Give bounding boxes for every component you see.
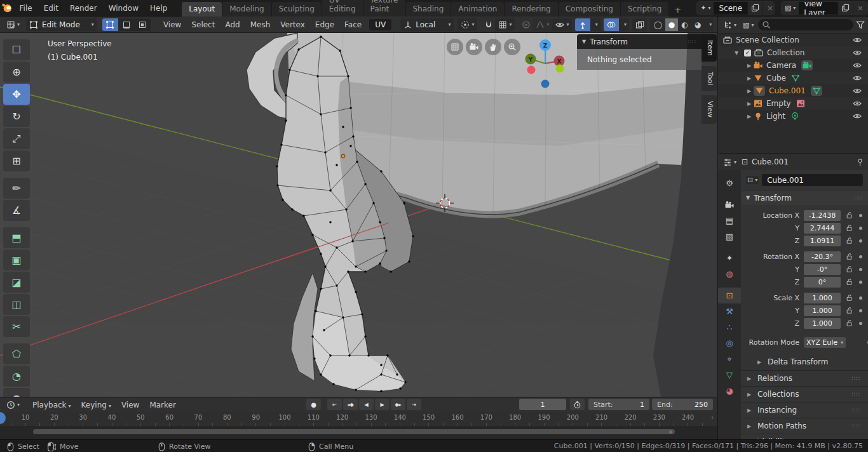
- menu-window[interactable]: Window: [103, 0, 144, 17]
- workspace-tab-modeling[interactable]: Modeling: [222, 2, 272, 17]
- expand-arrow-icon[interactable]: ▶: [747, 101, 754, 107]
- lock-icon[interactable]: [846, 319, 853, 327]
- workspace-tab-layout[interactable]: Layout: [182, 2, 222, 17]
- expand-arrow-icon[interactable]: ▶: [747, 63, 754, 69]
- tool-smooth[interactable]: ●: [3, 388, 30, 397]
- pivot-point-dropdown[interactable]: ▾: [458, 18, 477, 31]
- tool-move[interactable]: ✥: [3, 84, 30, 105]
- transform-value-field[interactable]: 1.0911: [804, 236, 841, 246]
- hide-eye-icon[interactable]: [853, 48, 862, 57]
- collapse-region-icon[interactable]: ‹: [711, 414, 714, 421]
- tool-tab[interactable]: ⚙: [718, 175, 741, 191]
- play-reverse-button[interactable]: ◀: [359, 399, 374, 410]
- view-layer-tab[interactable]: ▧: [718, 229, 741, 244]
- menu-file[interactable]: File: [14, 0, 38, 17]
- workspace-tab-compositing[interactable]: Compositing: [559, 2, 621, 17]
- overlays-toggle[interactable]: ▾: [604, 18, 629, 31]
- timeline-ruler[interactable]: ‹ 10203040506070809010011012013014015016…: [0, 412, 717, 426]
- editor-type-button[interactable]: ▾: [3, 19, 24, 30]
- viewport-menu-vertex[interactable]: Vertex: [275, 17, 310, 32]
- workspace-tab-texture-paint[interactable]: Texture Paint: [363, 0, 406, 17]
- record-button[interactable]: ●: [306, 399, 321, 410]
- tool-select-box[interactable]: ☐: [3, 39, 30, 60]
- material-tab[interactable]: ◕: [718, 383, 741, 399]
- panel-instancing[interactable]: ▶Instancing∷∷: [741, 402, 868, 418]
- panel-relations[interactable]: ▶Relations∷∷: [741, 370, 868, 386]
- animate-dot[interactable]: [859, 281, 862, 284]
- menu-help[interactable]: Help: [144, 0, 173, 17]
- viewport-3d[interactable]: ☐⊕✥↻⤢⊞✏∡⬒▣◪◫✂⬠◔● User Perspective (1) Cu…: [0, 33, 717, 397]
- object-name-field[interactable]: Cube.001: [762, 174, 863, 186]
- timeline-menu-marker[interactable]: Marker: [144, 397, 180, 413]
- timeline-menu-playback[interactable]: Playback▾: [27, 397, 76, 413]
- n-panel-header[interactable]: ▼ Transform ∷∷: [577, 34, 702, 49]
- gizmo-y-negative[interactable]: [556, 65, 564, 73]
- filter-icon[interactable]: [856, 20, 865, 29]
- vertex-select-mode-button[interactable]: [102, 18, 118, 31]
- timeline-scrollbar[interactable]: [33, 429, 675, 434]
- animate-dot[interactable]: [859, 296, 862, 300]
- sidebar-tab-item[interactable]: Item: [702, 34, 717, 62]
- scene-selector[interactable]: ✦▾ Scene: [696, 1, 775, 15]
- current-frame-field[interactable]: 1: [519, 399, 566, 410]
- workspace-tab-uv-editing[interactable]: UV Editing: [322, 0, 363, 17]
- rotation-mode-dropdown[interactable]: XYZ Eule▾: [804, 337, 846, 348]
- workspace-tab-animation[interactable]: Animation: [451, 2, 505, 17]
- panel-motion-paths[interactable]: ▶Motion Paths∷∷: [741, 418, 868, 434]
- snap-toggle-button[interactable]: [482, 19, 495, 30]
- viewport-menu-select[interactable]: Select: [186, 17, 220, 32]
- animate-dot[interactable]: [859, 227, 862, 230]
- outliner-display-mode-button[interactable]: ▾: [721, 19, 738, 30]
- lock-icon[interactable]: [846, 278, 853, 286]
- transform-value-field[interactable]: 0°: [804, 277, 841, 288]
- drag-dots-icon[interactable]: ∷∷: [852, 391, 860, 397]
- render-tab[interactable]: [718, 197, 741, 213]
- viewport-menu-add[interactable]: Add: [220, 17, 245, 32]
- gizmo-z-negative[interactable]: [541, 80, 550, 88]
- outliner-row-cube-001[interactable]: ▶Cube.001: [718, 84, 868, 97]
- navigation-gizmo[interactable]: Z Y X: [521, 36, 572, 90]
- drag-dots-icon[interactable]: ∷∷: [852, 407, 860, 413]
- particles-tab[interactable]: ∴: [718, 319, 741, 335]
- menu-edit[interactable]: Edit: [38, 0, 64, 17]
- tool-scale[interactable]: ⤢: [3, 128, 30, 149]
- transform-value-field[interactable]: 1.000: [804, 293, 841, 303]
- workspace-tab-shading[interactable]: Shading: [406, 2, 452, 17]
- add-workspace-button[interactable]: +: [669, 3, 686, 17]
- expand-arrow-icon[interactable]: ▶: [747, 114, 754, 119]
- transform-value-field[interactable]: 2.7444: [804, 223, 841, 234]
- viewport-menu-edge[interactable]: Edge: [310, 17, 339, 32]
- animate-dot[interactable]: [859, 255, 862, 258]
- timeline-menu-view[interactable]: View: [116, 397, 144, 413]
- animate-dot[interactable]: [859, 322, 862, 325]
- outliner-search-input[interactable]: [758, 19, 853, 30]
- world-tab[interactable]: ◍: [718, 266, 741, 282]
- object-tab[interactable]: ⊡: [718, 288, 741, 303]
- outliner-row-scene collection[interactable]: Scene Collection: [718, 34, 868, 46]
- transform-panel-header[interactable]: ▼ Transform ∷∷: [741, 190, 868, 205]
- pan-view-button[interactable]: [485, 39, 501, 55]
- uv-menu[interactable]: UV: [369, 19, 391, 30]
- proportional-editing-button[interactable]: [520, 19, 532, 30]
- tool-spin[interactable]: ◔: [3, 366, 30, 387]
- pin-icon[interactable]: [856, 158, 864, 166]
- lock-icon[interactable]: [846, 307, 853, 314]
- drag-dots-icon[interactable]: ∷∷: [852, 423, 860, 429]
- tool-annotate[interactable]: ✏: [3, 178, 30, 199]
- previous-keyframe-button[interactable]: ◂◆: [343, 399, 358, 410]
- scene-tab[interactable]: ✦: [718, 250, 741, 266]
- outliner-row-light[interactable]: ▶Light: [718, 110, 868, 123]
- panel-visibility[interactable]: ▶Visibility∷∷: [741, 434, 868, 439]
- lock-icon[interactable]: [846, 265, 853, 273]
- rendered-shading-button[interactable]: ◕: [691, 18, 704, 31]
- transform-value-field[interactable]: -20.3°: [804, 251, 841, 262]
- drag-dots-icon[interactable]: ∷∷: [855, 195, 863, 201]
- transform-value-field[interactable]: -0°: [804, 264, 841, 275]
- lock-icon[interactable]: [846, 237, 853, 244]
- tool-transform[interactable]: ⊞: [3, 150, 30, 171]
- expand-arrow-icon[interactable]: ▶: [747, 88, 754, 94]
- animate-dot[interactable]: [859, 268, 862, 271]
- outliner-filter-mode-button[interactable]: ▧▾: [741, 20, 756, 30]
- lock-icon[interactable]: [846, 253, 853, 260]
- camera-view-button[interactable]: [466, 39, 482, 55]
